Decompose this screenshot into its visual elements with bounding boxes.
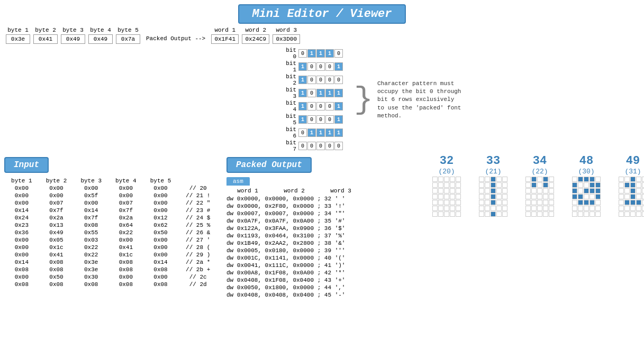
- bit-cell-5-1[interactable]: 0: [307, 115, 316, 124]
- byte-value-2[interactable]: 0x41: [33, 34, 58, 44]
- byte-label-4: byte 4: [90, 27, 111, 33]
- word-value-3[interactable]: 0x3D00: [273, 34, 300, 44]
- input-cell-2-0: 0x00: [4, 199, 39, 207]
- pixel-3-0-2: [584, 177, 589, 182]
- packed-table-scroll[interactable]: dw 0x0000, 0x0000, 0x0000 ; 32 ' 'dw 0x0…: [226, 195, 419, 299]
- byte-label-2: byte 2: [35, 27, 56, 33]
- bit-cell-2-3[interactable]: 0: [325, 76, 334, 84]
- bit-cell-1-1[interactable]: 0: [307, 62, 316, 71]
- pixel-4-5-2: [630, 206, 636, 211]
- bit-cell-7-2[interactable]: 0: [316, 142, 325, 150]
- bit-cell-0-0[interactable]: 0: [298, 49, 307, 58]
- bit-cell-6-2[interactable]: 1: [316, 128, 325, 137]
- bit-row-0: bit 001110: [279, 47, 343, 60]
- pixel-3-1-1: [578, 182, 583, 188]
- bit-cell-4-3[interactable]: 0: [325, 102, 334, 110]
- input-cell-3-2: 0x14: [74, 207, 108, 214]
- bit-cell-2-1[interactable]: 0: [307, 76, 316, 84]
- pixel-2-1-1: [531, 182, 537, 188]
- bit-cell-0-2[interactable]: 1: [316, 49, 325, 58]
- byte-label-3: byte 3: [62, 27, 84, 33]
- table-row: 0x360x490x550x220x50// 26 &: [4, 229, 218, 236]
- table-row: 0x080x080x080x080x08// 2d: [4, 281, 218, 288]
- bit-cell-6-0[interactable]: 0: [298, 128, 307, 137]
- bit-cell-1-0[interactable]: 1: [298, 62, 307, 71]
- bit-cell-2-4[interactable]: 0: [334, 76, 343, 84]
- bit-cell-5-4[interactable]: 1: [334, 115, 343, 124]
- word-value-1[interactable]: 0x1F41: [211, 34, 239, 44]
- bit-cell-0-4[interactable]: 0: [334, 49, 343, 58]
- bit-cell-0-1[interactable]: 1: [307, 49, 316, 58]
- bit-cell-3-4[interactable]: 1: [334, 89, 343, 97]
- bit-row-3: bit 310111: [279, 87, 343, 99]
- char-hex-4: (31): [624, 168, 641, 176]
- pixel-4-6-1: [624, 211, 630, 217]
- pixel-1-4-3: [496, 200, 502, 205]
- pixel-3-1-2: [584, 182, 589, 188]
- input-cell-10-3: 0x08: [108, 259, 143, 266]
- byte-col-2: byte 2 0x41: [32, 27, 59, 44]
- input-cell-9-5: // 29 ): [178, 251, 218, 259]
- pixel-3-3-3: [589, 194, 595, 199]
- bit-cell-1-4[interactable]: 1: [334, 62, 343, 71]
- input-cell-10-0: 0x14: [4, 259, 39, 266]
- bit-cell-5-2[interactable]: 0: [316, 115, 325, 124]
- pixel-3-4-0: [572, 200, 577, 205]
- bit-cell-4-4[interactable]: 1: [334, 102, 343, 110]
- bit-cell-7-1[interactable]: 0: [307, 142, 316, 150]
- word-value-2[interactable]: 0x24C9: [242, 34, 269, 44]
- bit-cell-7-3[interactable]: 0: [325, 142, 334, 150]
- input-table-scroll[interactable]: byte 1 byte 2 byte 3 byte 4 byte 5 0x000…: [4, 177, 218, 288]
- pixel-0-6-4: [456, 211, 461, 217]
- pixel-1-2-1: [485, 188, 490, 193]
- bit-cell-0-3[interactable]: 1: [325, 49, 334, 58]
- bit-cell-5-3[interactable]: 0: [325, 115, 334, 124]
- pixel-4-2-4: [642, 188, 644, 193]
- input-cell-6-4: 0x50: [143, 229, 178, 236]
- pixel-1-5-3: [496, 206, 502, 211]
- bit-cell-4-1[interactable]: 0: [307, 102, 316, 110]
- bit-cell-4-2[interactable]: 0: [316, 102, 325, 110]
- input-cell-4-0: 0x24: [4, 214, 39, 222]
- bit-cell-5-0[interactable]: 1: [298, 115, 307, 124]
- bit-cell-3-3[interactable]: 1: [325, 89, 334, 97]
- pixel-2-3-0: [525, 194, 531, 199]
- pixel-1-3-3: [496, 194, 502, 199]
- input-cell-4-3: 0x2a: [108, 214, 143, 222]
- bit-cell-2-2[interactable]: 0: [316, 76, 325, 84]
- packed-label-row: Packed Output: [226, 155, 419, 175]
- byte-value-4[interactable]: 0x49: [88, 34, 113, 44]
- input-cell-0-4: 0x00: [143, 185, 178, 192]
- bit-cell-3-2[interactable]: 1: [316, 89, 325, 97]
- pixel-2-2-3: [543, 188, 548, 193]
- pixel-0-0-0: [432, 177, 438, 182]
- pixel-1-0-3: [496, 177, 502, 182]
- input-cell-1-0: 0x00: [4, 192, 39, 199]
- bit-cell-3-0[interactable]: 1: [298, 89, 307, 97]
- byte-label-5: byte 5: [117, 27, 139, 33]
- bit-cell-4-0[interactable]: 1: [298, 102, 307, 110]
- bit-cell-6-3[interactable]: 1: [325, 128, 334, 137]
- input-cell-9-4: 0x00: [143, 251, 178, 259]
- bit-cell-1-2[interactable]: 0: [316, 62, 325, 71]
- input-cell-8-0: 0x00: [4, 244, 39, 251]
- bit-cell-7-0[interactable]: 0: [298, 142, 307, 150]
- input-cell-13-1: 0x08: [39, 281, 74, 288]
- pixel-4-3-4: [642, 194, 644, 199]
- input-cell-10-2: 0x3e: [74, 259, 108, 266]
- byte-value-3[interactable]: 0x49: [61, 34, 85, 44]
- asm-tab[interactable]: asm: [226, 177, 250, 186]
- pixel-0-4-0: [432, 200, 438, 205]
- byte-value-5[interactable]: 0x7a: [116, 34, 140, 44]
- bit-cell-6-1[interactable]: 1: [307, 128, 316, 137]
- pixel-3-6-1: [578, 211, 583, 217]
- bit-cell-3-1[interactable]: 0: [307, 89, 316, 97]
- bit-cell-1-3[interactable]: 0: [325, 62, 334, 71]
- byte-value-1[interactable]: 0x3e: [6, 34, 30, 44]
- bit-cell-6-4[interactable]: 1: [334, 128, 343, 137]
- pixel-0-1-3: [450, 182, 455, 188]
- bit-cell-7-4[interactable]: 0: [334, 142, 343, 150]
- bit-cell-2-0[interactable]: 1: [298, 76, 307, 84]
- input-cell-10-4: 0x14: [143, 259, 178, 266]
- app-title: Mini Editor / Viewer: [238, 4, 405, 24]
